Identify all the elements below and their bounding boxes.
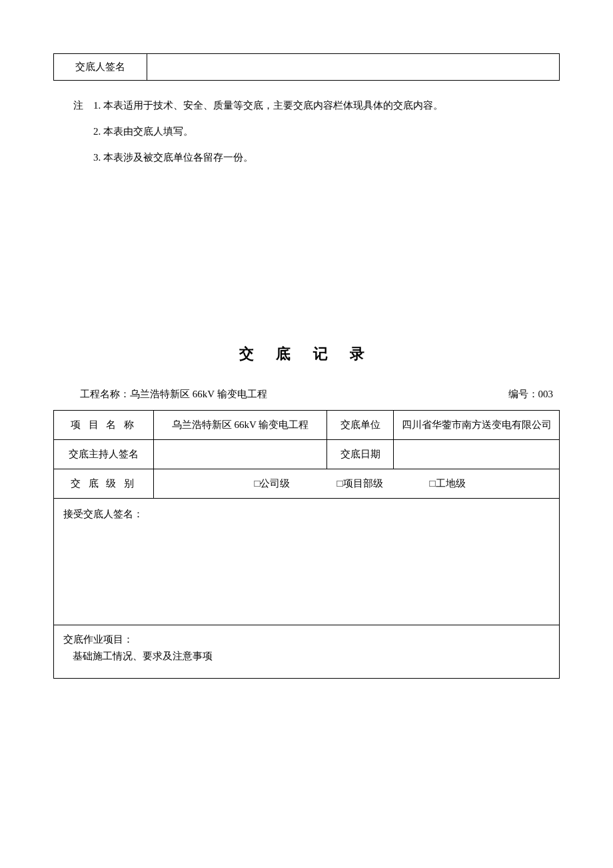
date-label: 交底日期 <box>327 440 394 469</box>
table-row: 接受交底人签名： <box>54 499 560 625</box>
record-form-table: 项 目 名 称 乌兰浩特新区 66kV 输变电工程 交底单位 四川省华蓥市南方送… <box>53 410 560 679</box>
level-label: 交 底 级 别 <box>54 469 154 499</box>
serial-meta: 编号：003 <box>508 388 554 401</box>
meta-row: 工程名称：乌兰浩特新区 66kV 输变电工程 编号：003 <box>80 388 560 401</box>
serial-meta-label: 编号： <box>508 389 538 399</box>
note-item: 2. 本表由交底人填写。 <box>93 119 193 145</box>
notes-spacer <box>73 119 93 145</box>
receiver-sign-label: 接受交底人签名： <box>63 509 143 519</box>
level-option-project: □项目部级 <box>336 477 382 490</box>
work-item-sub: 基础施工情况、要求及注意事项 <box>73 650 550 663</box>
project-name-value: 乌兰浩特新区 66kV 输变电工程 <box>154 411 327 440</box>
serial-meta-value: 003 <box>538 389 554 399</box>
notes-spacer <box>73 145 93 171</box>
host-sign-value <box>154 440 327 469</box>
signature-label: 交底人签名 <box>54 54 147 81</box>
project-meta-label: 工程名称： <box>80 389 130 399</box>
signature-table: 交底人签名 <box>53 53 560 81</box>
unit-value: 四川省华蓥市南方送变电有限公司 <box>394 411 560 440</box>
receiver-sign-cell: 接受交底人签名： <box>54 499 560 625</box>
date-value <box>394 440 560 469</box>
project-name-label: 项 目 名 称 <box>54 411 154 440</box>
note-item: 1. 本表适用于技术、安全、质量等交底，主要交底内容栏体现具体的交底内容。 <box>93 93 443 119</box>
level-option-company: □公司级 <box>254 477 290 490</box>
work-item-cell: 交底作业项目： 基础施工情况、要求及注意事项 <box>54 625 560 679</box>
host-sign-label: 交底主持人签名 <box>54 440 154 469</box>
notes-prefix: 注 <box>73 93 93 119</box>
note-item: 3. 本表涉及被交底单位各留存一份。 <box>93 145 253 171</box>
table-row: 交底主持人签名 交底日期 <box>54 440 560 469</box>
table-row: 交 底 级 别 □公司级 □项目部级 □工地级 <box>54 469 560 499</box>
page-spacer <box>53 171 560 344</box>
project-meta-value: 乌兰浩特新区 66kV 输变电工程 <box>130 389 267 399</box>
level-option-site: □工地级 <box>430 477 466 490</box>
level-options-cell: □公司级 □项目部级 □工地级 <box>154 469 560 499</box>
notes-block: 注 1. 本表适用于技术、安全、质量等交底，主要交底内容栏体现具体的交底内容。 … <box>73 93 560 171</box>
table-row: 项 目 名 称 乌兰浩特新区 66kV 输变电工程 交底单位 四川省华蓥市南方送… <box>54 411 560 440</box>
work-item-label: 交底作业项目： <box>63 633 550 646</box>
table-row: 交底作业项目： 基础施工情况、要求及注意事项 <box>54 625 560 679</box>
signature-value <box>147 54 560 81</box>
project-meta: 工程名称：乌兰浩特新区 66kV 输变电工程 <box>80 388 267 401</box>
document-title: 交 底 记 录 <box>53 344 560 364</box>
unit-label: 交底单位 <box>327 411 394 440</box>
